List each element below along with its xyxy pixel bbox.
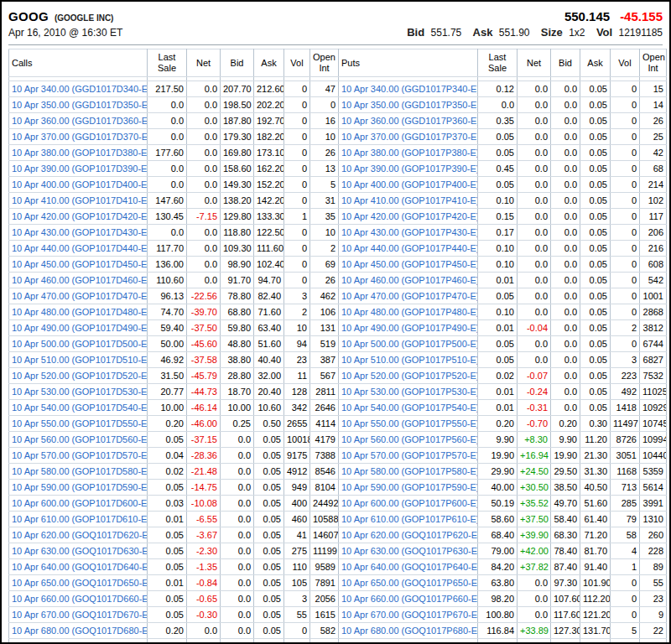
call-contract-link[interactable]: 10 Apr 430.00 (GOP1017D430-E) <box>9 225 148 241</box>
put-contract-link[interactable]: 10 Apr 580.00 (GOP1017P580-E) <box>339 464 478 480</box>
put-contract-link[interactable]: 10 Apr 450.00 (GOP1017P450-E) <box>339 257 478 273</box>
put-contract-link[interactable]: 10 Apr 440.00 (GOP1017P440-E) <box>339 241 478 257</box>
call-open-interest: 2646 <box>310 400 339 416</box>
call-contract-link[interactable]: 10 Apr 610.00 (GOP1017D610-E) <box>9 512 148 527</box>
put-contract-link[interactable]: 10 Apr 570.00 (GOP1017P570-E) <box>339 448 478 464</box>
option-row: 10 Apr 560.00 (GOP1017D560-E) 0.05 -37.1… <box>9 432 667 448</box>
put-contract-link[interactable]: 10 Apr 510.00 (GOP1017P510-E) <box>339 352 478 368</box>
put-contract-link[interactable]: 10 Apr 460.00 (GOP1017P460-E) <box>339 273 478 288</box>
put-volume: 0 <box>611 209 640 225</box>
call-contract-link[interactable]: 10 Apr 520.00 (GOP1017D520-E) <box>9 368 148 384</box>
call-last-sale: 74.70 <box>148 304 187 320</box>
call-volume: 10 <box>284 320 310 336</box>
put-net: -0.31 <box>518 400 551 416</box>
call-contract-link[interactable]: 10 Apr 380.00 (GOP1017D380-E) <box>9 145 148 161</box>
put-contract-link[interactable]: 10 Apr 480.00 (GOP1017P480-E) <box>339 304 478 320</box>
put-contract-link[interactable]: 10 Apr 690.00 (GOQ1017P690-E) <box>339 639 478 644</box>
call-contract-link[interactable]: 10 Apr 530.00 (GOP1017D530-E) <box>9 384 148 400</box>
put-contract-link[interactable]: 10 Apr 530.00 (GOP1017P530-E) <box>339 384 478 400</box>
call-volume: 4912 <box>284 464 310 480</box>
call-contract-link[interactable]: 10 Apr 470.00 (GOP1017D470-E) <box>9 288 148 304</box>
call-contract-link[interactable]: 10 Apr 630.00 (GOQ1017D630-E) <box>9 543 148 559</box>
put-contract-link[interactable]: 10 Apr 380.00 (GOP1017P380-E) <box>339 145 478 161</box>
call-contract-link[interactable]: 10 Apr 400.00 (GOP1017D400-E) <box>9 177 148 193</box>
call-contract-link[interactable]: 10 Apr 500.00 (GOP1017D500-E) <box>9 336 148 352</box>
call-contract-link[interactable]: 10 Apr 580.00 (GOP1017D580-E) <box>9 464 148 480</box>
put-contract-link[interactable]: 10 Apr 650.00 (GOQ1017P650-E) <box>339 575 478 591</box>
call-volume: 0 <box>284 193 310 209</box>
call-contract-link[interactable]: 10 Apr 490.00 (GOP1017D490-E) <box>9 320 148 336</box>
put-contract-link[interactable]: 10 Apr 620.00 (GOQ1017P620-E) <box>339 527 478 543</box>
put-bid: 0.0 <box>551 193 580 209</box>
call-contract-link[interactable]: 10 Apr 460.00 (GOP1017D460-E) <box>9 273 148 288</box>
put-contract-link[interactable]: 10 Apr 430.00 (GOP1017P430-E) <box>339 225 478 241</box>
put-bid: 0.0 <box>551 304 580 320</box>
call-contract-link[interactable]: 10 Apr 440.00 (GOP1017D440-E) <box>9 241 148 257</box>
put-contract-link[interactable]: 10 Apr 540.00 (GOP1017P540-E) <box>339 400 478 416</box>
call-contract-link[interactable]: 10 Apr 480.00 (GOP1017D480-E) <box>9 304 148 320</box>
put-contract-link[interactable]: 10 Apr 550.00 (GOP1017P550-E) <box>339 416 478 432</box>
call-contract-link[interactable]: 10 Apr 360.00 (GGD1017D360-E) <box>9 113 148 129</box>
call-contract-link[interactable]: 10 Apr 550.00 (GOP1017D550-E) <box>9 416 148 432</box>
put-contract-link[interactable]: 10 Apr 410.00 (GOP1017P410-E) <box>339 193 478 209</box>
put-contract-link[interactable]: 10 Apr 370.00 (GGD1017P370-E) <box>339 129 478 145</box>
call-contract-link[interactable]: 10 Apr 370.00 (GGD1017D370-E) <box>9 129 148 145</box>
put-contract-link[interactable]: 10 Apr 420.00 (GOP1017P420-E) <box>339 209 478 225</box>
call-contract-link[interactable]: 10 Apr 420.00 (GOP1017D420-E) <box>9 209 148 225</box>
put-contract-link[interactable]: 10 Apr 400.00 (GOP1017P400-E) <box>339 177 478 193</box>
call-contract-link[interactable]: 10 Apr 340.00 (GGD1017D340-E) <box>9 81 148 97</box>
call-contract-link[interactable]: 10 Apr 540.00 (GOP1017D540-E) <box>9 400 148 416</box>
call-contract-link[interactable]: 10 Apr 390.00 (GOP1017D390-E) <box>9 161 148 177</box>
put-open-interest: 1310 <box>640 512 667 527</box>
call-contract-link[interactable]: 10 Apr 670.00 (GOQ1017D670-E) <box>9 607 148 623</box>
call-last-sale: 0.05 <box>148 607 187 623</box>
put-contract-link[interactable]: 10 Apr 670.00 (GOQ1017P670-E) <box>339 607 478 623</box>
call-contract-link[interactable]: 10 Apr 510.00 (GOP1017D510-E) <box>9 352 148 368</box>
put-bid: 0.0 <box>551 209 580 225</box>
call-net: 0.0 <box>187 257 221 273</box>
put-contract-link[interactable]: 10 Apr 610.00 (GOP1017P610-E) <box>339 512 478 527</box>
call-contract-link[interactable]: 10 Apr 640.00 (GOQ1017D640-E) <box>9 559 148 575</box>
put-contract-link[interactable]: 10 Apr 490.00 (GOP1017P490-E) <box>339 320 478 336</box>
call-net: -0.84 <box>187 575 221 591</box>
put-contract-link[interactable]: 10 Apr 680.00 (GOQ1017P680-E) <box>339 623 478 639</box>
put-contract-link[interactable]: 10 Apr 560.00 (GOP1017P560-E) <box>339 432 478 448</box>
put-contract-link[interactable]: 10 Apr 360.00 (GGD1017P360-E) <box>339 113 478 129</box>
call-contract-link[interactable]: 10 Apr 350.00 (GGD1017D350-E) <box>9 97 148 113</box>
put-net: +24.50 <box>518 464 551 480</box>
put-contract-link[interactable]: 10 Apr 660.00 (GOQ1017P660-E) <box>339 591 478 607</box>
call-contract-link[interactable]: 10 Apr 620.00 (GOQ1017D620-E) <box>9 527 148 543</box>
put-open-interest: 102 <box>640 193 667 209</box>
put-contract-link[interactable]: 10 Apr 630.00 (GOQ1017P630-E) <box>339 543 478 559</box>
call-contract-link[interactable]: 10 Apr 450.00 (GOP1017D450-E) <box>9 257 148 273</box>
call-contract-link[interactable]: 10 Apr 560.00 (GOP1017D560-E) <box>9 432 148 448</box>
put-last-sale: 0.45 <box>478 161 518 177</box>
call-volume: 342 <box>284 400 310 416</box>
option-row: 10 Apr 360.00 (GGD1017D360-E) 0.0 0.0 18… <box>9 113 667 129</box>
put-contract-link[interactable]: 10 Apr 520.00 (GOP1017P520-E) <box>339 368 478 384</box>
put-contract-link[interactable]: 10 Apr 470.00 (GOP1017P470-E) <box>339 288 478 304</box>
put-contract-link[interactable]: 10 Apr 600.00 (GOP1017P600-E) <box>339 496 478 512</box>
put-contract-link[interactable]: 10 Apr 350.00 (GGD1017P350-E) <box>339 97 478 113</box>
call-contract-link[interactable]: 10 Apr 690.00 (GOQ1017D690-E) <box>9 639 148 644</box>
put-open-interest: 1001 <box>640 288 667 304</box>
call-last-sale: 0.05 <box>148 591 187 607</box>
put-contract-link[interactable]: 10 Apr 340.00 (GGD1017P340-E) <box>339 81 478 97</box>
call-contract-link[interactable]: 10 Apr 600.00 (GOP1017D600-E) <box>9 496 148 512</box>
put-contract-link[interactable]: 10 Apr 390.00 (GOP1017P390-E) <box>339 161 478 177</box>
call-contract-link[interactable]: 10 Apr 660.00 (GOQ1017D660-E) <box>9 591 148 607</box>
put-bid: 107.60 <box>551 591 580 607</box>
option-row: 10 Apr 540.00 (GOP1017D540-E) 10.00 -46.… <box>9 400 667 416</box>
put-bid: 38.50 <box>551 480 580 496</box>
call-bid: 179.30 <box>221 129 254 145</box>
call-contract-link[interactable]: 10 Apr 410.00 (GOP1017D410-E) <box>9 193 148 209</box>
call-contract-link[interactable]: 10 Apr 570.00 (GOP1017D570-E) <box>9 448 148 464</box>
call-contract-link[interactable]: 10 Apr 680.00 (GOQ1017D680-E) <box>9 623 148 639</box>
put-contract-link[interactable]: 10 Apr 590.00 (GOP1017P590-E) <box>339 480 478 496</box>
call-net: -0.65 <box>187 591 221 607</box>
put-contract-link[interactable]: 10 Apr 640.00 (GOQ1017P640-E) <box>339 559 478 575</box>
call-contract-link[interactable]: 10 Apr 590.00 (GOP1017D590-E) <box>9 480 148 496</box>
call-contract-link[interactable]: 10 Apr 650.00 (GOQ1017D650-E) <box>9 575 148 591</box>
put-contract-link[interactable]: 10 Apr 500.00 (GOP1017P500-E) <box>339 336 478 352</box>
put-last-sale: 50.19 <box>478 496 518 512</box>
